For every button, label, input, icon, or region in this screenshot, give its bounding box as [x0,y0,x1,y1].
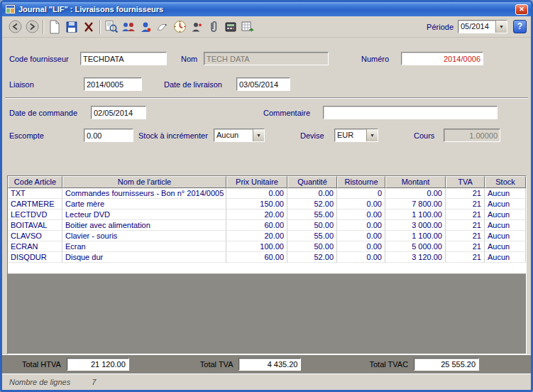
previous-record-button[interactable] [6,18,23,36]
table-cell[interactable]: 21 [446,188,485,199]
table-cell[interactable]: CARTMERE [8,199,62,209]
user-permissions-button[interactable] [188,18,205,36]
table-cell[interactable]: 0.00 [337,252,385,263]
table-cell[interactable]: 0.00 [337,231,385,241]
column-header[interactable]: Code Article [8,176,62,188]
table-cell[interactable]: Carte mère [62,199,226,209]
table-cell[interactable]: 21 [446,209,485,220]
table-cell[interactable]: 21 [446,241,485,252]
column-header[interactable]: Nom de l'article [62,176,226,188]
liaison-input[interactable] [84,77,142,91]
transfer-grid-button[interactable] [239,18,256,36]
table-cell[interactable]: Aucun [485,188,526,199]
table-row[interactable]: LECTDVDLecteur DVD20.0055.000.001 100.00… [8,209,526,220]
table-cell[interactable]: 52.00 [287,252,337,263]
table-cell[interactable]: 150.00 [226,199,287,209]
table-cell[interactable]: 1 100.00 [385,231,446,241]
table-cell[interactable]: CLAVSO [8,231,62,241]
table-row[interactable]: TXTCommandes fournisseurs - Bon n° 2014/… [8,188,526,199]
table-cell[interactable]: Commandes fournisseurs - Bon n° 2014/000… [62,188,226,199]
table-cell[interactable]: 21 [446,231,485,241]
table-cell[interactable]: Aucun [485,231,526,241]
table-cell[interactable]: Aucun [485,252,526,263]
numero-input[interactable] [401,52,483,65]
chevron-down-icon[interactable]: ▼ [253,129,264,141]
table-cell[interactable]: BOITAVAL [8,220,62,231]
code-fournisseur-input[interactable] [80,52,167,65]
attachment-button[interactable] [205,18,222,36]
period-clock-button[interactable] [171,18,188,36]
table-cell[interactable]: 50.00 [287,220,337,231]
table-cell[interactable]: 0.00 [337,241,385,252]
table-cell[interactable]: 21 [446,199,485,209]
table-cell[interactable]: 60.00 [226,252,287,263]
save-button[interactable] [63,18,80,36]
table-cell[interactable]: Aucun [485,199,526,209]
table-cell[interactable]: Lecteur DVD [62,209,226,220]
close-button[interactable]: ✕ [515,4,528,15]
table-cell[interactable]: DISQDUR [8,252,62,263]
table-cell[interactable]: Clavier - souris [62,231,226,241]
stock-incrementer-select[interactable]: Aucun ▼ [214,129,265,142]
table-cell[interactable]: Boitier avec alimentation [62,220,226,231]
table-cell[interactable]: 0.00 [337,220,385,231]
table-cell[interactable]: 0 [337,188,385,199]
table-cell[interactable]: 20.00 [226,209,287,220]
table-cell[interactable]: 0.00 [287,188,337,199]
table-cell[interactable]: 50.00 [287,241,337,252]
date-commande-input[interactable] [91,106,146,119]
table-cell[interactable]: Ecran [62,241,226,252]
table-cell[interactable]: LECTDVD [8,209,62,220]
table-row[interactable]: CLAVSOClavier - souris20.0055.000.001 10… [8,231,526,241]
date-livraison-input[interactable] [236,77,290,91]
empty-row[interactable] [8,263,526,274]
column-header[interactable]: Ristourne [337,176,385,188]
table-cell[interactable]: 3 000.00 [385,220,446,231]
help-button[interactable]: ? [513,20,527,33]
chevron-down-icon[interactable]: ▼ [495,21,507,33]
escompte-input[interactable] [84,129,133,142]
table-cell[interactable]: Aucun [485,220,526,231]
table-cell[interactable]: TXT [8,188,62,199]
column-header[interactable]: Quantité [287,176,337,188]
next-record-button[interactable] [23,18,40,36]
user-button[interactable] [137,18,154,36]
table-cell[interactable]: 5 000.00 [385,241,446,252]
delete-button[interactable] [80,18,97,36]
column-header[interactable]: Montant [385,176,446,188]
search-document-button[interactable] [103,18,120,36]
table-cell[interactable]: 20.00 [226,231,287,241]
table-cell[interactable]: 55.00 [287,209,337,220]
table-cell[interactable]: 100.00 [226,241,287,252]
table-row[interactable]: CARTMERECarte mère150.0052.000.007 800.0… [8,199,526,209]
devise-select[interactable]: EUR ▼ [334,129,378,142]
table-cell[interactable]: 1 100.00 [385,209,446,220]
table-cell[interactable]: 21 [446,220,485,231]
chevron-down-icon[interactable]: ▼ [366,129,378,141]
table-cell[interactable]: ECRAN [8,241,62,252]
column-header[interactable]: Prix Unitaire [226,176,287,188]
table-cell[interactable]: 7 800.00 [385,199,446,209]
table-cell[interactable]: 52.00 [287,199,337,209]
payment-terminal-button[interactable] [222,18,239,36]
contacts-button[interactable] [120,18,137,36]
table-cell[interactable]: 55.00 [287,231,337,241]
table-cell[interactable]: 3 120.00 [385,252,446,263]
table-cell[interactable]: Aucun [485,241,526,252]
table-cell[interactable]: 0.00 [337,199,385,209]
table-cell[interactable]: Disque dur [62,252,226,263]
table-row[interactable]: ECRANEcran100.0050.000.005 000.0021Aucun [8,241,526,252]
table-cell[interactable]: 0.00 [385,188,446,199]
table-cell[interactable]: Aucun [485,209,526,220]
new-document-button[interactable] [46,18,63,36]
bird-button[interactable] [154,18,171,36]
periode-select[interactable]: 05/2014 ▼ [458,20,507,33]
commentaire-input[interactable] [323,106,498,119]
table-row[interactable]: BOITAVALBoitier avec alimentation60.0050… [8,220,526,231]
table-cell[interactable]: 60.00 [226,220,287,231]
column-header[interactable]: Stock [485,176,526,188]
column-header[interactable]: TVA [446,176,485,188]
table-cell[interactable]: 0.00 [226,188,287,199]
table-row[interactable]: DISQDURDisque dur60.0052.000.003 120.002… [8,252,526,263]
table-cell[interactable]: 0.00 [337,209,385,220]
